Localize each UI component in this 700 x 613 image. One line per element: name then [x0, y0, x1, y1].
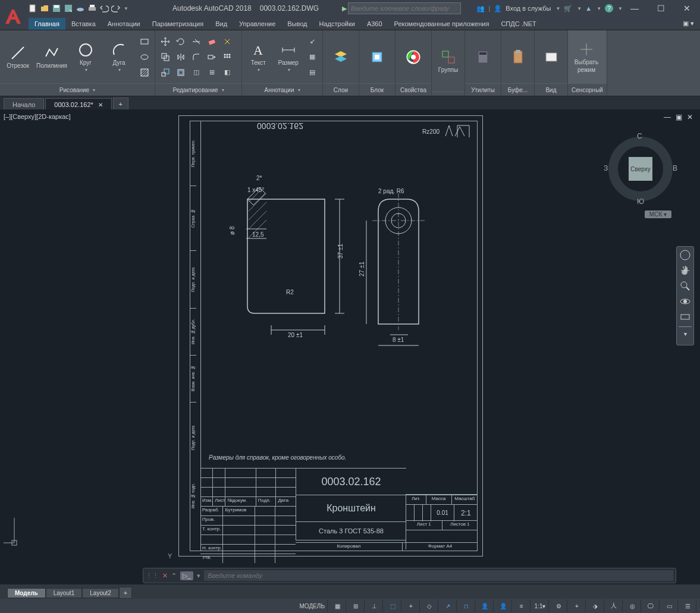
layout-tab-1[interactable]: Layout1: [46, 588, 83, 598]
viewcube[interactable]: Сверху С Ю В З: [605, 133, 676, 205]
qat-save-icon[interactable]: [51, 3, 62, 14]
tool-extra1-icon[interactable]: ◫: [190, 66, 203, 79]
qat-open-icon[interactable]: [39, 3, 50, 14]
tab-home[interactable]: Главная: [29, 18, 65, 30]
sb-lineweight-icon[interactable]: ≡: [513, 600, 531, 612]
tool-clipboard[interactable]: [505, 33, 531, 81]
qat-dropdown-icon[interactable]: ▼: [124, 6, 128, 11]
ribbon-options-icon[interactable]: ▣ ▾: [677, 17, 700, 30]
panel-annotation-title[interactable]: Аннотации▾: [242, 83, 322, 96]
panel-view-title[interactable]: Вид: [535, 83, 567, 96]
tool-rectangle-icon[interactable]: [138, 35, 151, 48]
vp-close-icon[interactable]: ✕: [687, 113, 693, 121]
sb-dyn-icon[interactable]: +: [403, 600, 420, 612]
tab-output[interactable]: Вывод: [281, 18, 313, 30]
tab-view[interactable]: Вид: [209, 18, 233, 30]
maximize-button[interactable]: ☐: [648, 0, 674, 17]
tool-text[interactable]: AТекст▾: [246, 33, 271, 81]
tool-mirror-icon[interactable]: [174, 51, 187, 64]
tab-featured[interactable]: Рекомендованные приложения: [388, 18, 495, 30]
qat-saveas-icon[interactable]: [63, 3, 74, 14]
viewcube-face[interactable]: Сверху: [629, 157, 652, 181]
cmd-handle-icon[interactable]: ⋮⋮: [146, 572, 159, 580]
viewcube-west[interactable]: З: [604, 164, 608, 172]
tool-utilities[interactable]: [469, 33, 497, 81]
vp-min-icon[interactable]: —: [664, 113, 671, 121]
doc-tab-start[interactable]: Начало: [4, 98, 44, 111]
app-icon[interactable]: ▲: [585, 5, 592, 12]
doc-tab-current[interactable]: 0003.02.162*✕: [45, 98, 111, 111]
panel-layers-title[interactable]: Слои: [323, 83, 359, 96]
tool-extra2-icon[interactable]: ⊞: [205, 66, 218, 79]
qat-plot-icon[interactable]: [87, 3, 98, 14]
wcs-badge[interactable]: МСК ▾: [645, 210, 671, 218]
search-play-icon[interactable]: ▶: [342, 5, 347, 12]
tool-circle[interactable]: Круг▾: [71, 33, 100, 81]
app-logo[interactable]: [1, 5, 25, 29]
tool-hatch-icon[interactable]: [138, 66, 151, 79]
viewcube-south[interactable]: Ю: [637, 197, 644, 206]
viewcube-east[interactable]: В: [673, 164, 677, 172]
tool-fillet-icon[interactable]: [190, 51, 203, 64]
panel-draw-title[interactable]: Рисование▾: [0, 83, 155, 96]
panel-properties-title[interactable]: Свойства: [395, 83, 431, 96]
tab-insert[interactable]: Вставка: [65, 18, 102, 30]
sb-snap-icon[interactable]: ⊞: [347, 600, 365, 612]
search-input[interactable]: [348, 2, 461, 14]
signin-icon[interactable]: 👤: [494, 5, 502, 12]
tool-layers[interactable]: [327, 33, 355, 81]
sb-infer-icon[interactable]: ⊥: [366, 600, 383, 612]
nav-zoom-icon[interactable]: [679, 280, 691, 292]
tool-scale-icon[interactable]: [159, 66, 172, 79]
tool-copy-icon[interactable]: [159, 51, 172, 64]
sb-person-icon[interactable]: 👤: [476, 600, 494, 612]
help-icon[interactable]: ?: [605, 4, 613, 12]
drawing-area[interactable]: [–][Сверху][2D-каркас] — ▣ ✕ Перв. приме…: [0, 109, 700, 584]
sb-gear-icon[interactable]: ⚙: [550, 600, 567, 612]
viewport-label[interactable]: [–][Сверху][2D-каркас]: [4, 113, 71, 120]
tab-annotate[interactable]: Аннотации: [102, 18, 146, 30]
tab-addins[interactable]: Надстройки: [313, 18, 361, 30]
sb-ws-icon[interactable]: ◎: [624, 600, 641, 612]
tool-leader-icon[interactable]: ↙: [306, 35, 319, 48]
nav-showmotion-icon[interactable]: [679, 311, 691, 323]
doc-tab-new-button[interactable]: +: [113, 98, 128, 111]
qat-undo-icon[interactable]: [99, 3, 109, 14]
tool-table-icon[interactable]: ▦: [306, 51, 319, 64]
minimize-button[interactable]: —: [621, 0, 648, 17]
viewcube-north[interactable]: С: [637, 132, 642, 140]
tool-stretch-icon[interactable]: [205, 51, 218, 64]
sb-clean-icon[interactable]: ▭: [661, 600, 678, 612]
sb-grid-icon[interactable]: ▦: [329, 600, 346, 612]
sb-annoscale-icon[interactable]: 人: [605, 600, 623, 612]
tool-erase-icon[interactable]: [205, 35, 218, 48]
tool-view[interactable]: [538, 33, 564, 81]
panel-modify-title[interactable]: Редактирование▾: [155, 83, 241, 96]
sb-osnap-icon[interactable]: □: [458, 600, 475, 612]
panel-clipboard-title[interactable]: Буфе...: [501, 83, 534, 96]
tab-close-icon[interactable]: ✕: [98, 102, 103, 108]
tool-extra3-icon[interactable]: ◧: [221, 66, 234, 79]
panel-block-title[interactable]: Блок: [359, 83, 395, 96]
nav-pan-icon[interactable]: [679, 265, 691, 276]
sb-anno-icon[interactable]: ⬗: [587, 600, 604, 612]
tool-block[interactable]: [363, 33, 391, 81]
close-button[interactable]: ✕: [674, 0, 700, 17]
tool-move-icon[interactable]: [159, 35, 172, 48]
qat-new-icon[interactable]: [27, 3, 38, 14]
tool-dimension[interactable]: Размер▾: [276, 33, 302, 81]
sb-scale[interactable]: 1:1 ▾: [532, 600, 549, 612]
layout-tab-add-button[interactable]: +: [119, 587, 132, 599]
tool-ellipse-icon[interactable]: [138, 51, 151, 64]
tool-array-icon[interactable]: [221, 51, 234, 64]
sb-plus-icon[interactable]: +: [569, 600, 586, 612]
sb-model[interactable]: МОДЕЛЬ: [297, 600, 328, 612]
tool-explode-icon[interactable]: [221, 35, 234, 48]
tool-touch[interactable]: Выбратьрежим: [572, 33, 601, 81]
vp-max-icon[interactable]: ▣: [676, 113, 682, 121]
layout-tab-2[interactable]: Layout2: [82, 588, 119, 598]
command-input[interactable]: [204, 570, 673, 581]
sb-person2-icon[interactable]: 👤: [495, 600, 512, 612]
sb-iso-icon[interactable]: ↗: [440, 600, 457, 612]
qat-redo-icon[interactable]: [111, 3, 121, 14]
